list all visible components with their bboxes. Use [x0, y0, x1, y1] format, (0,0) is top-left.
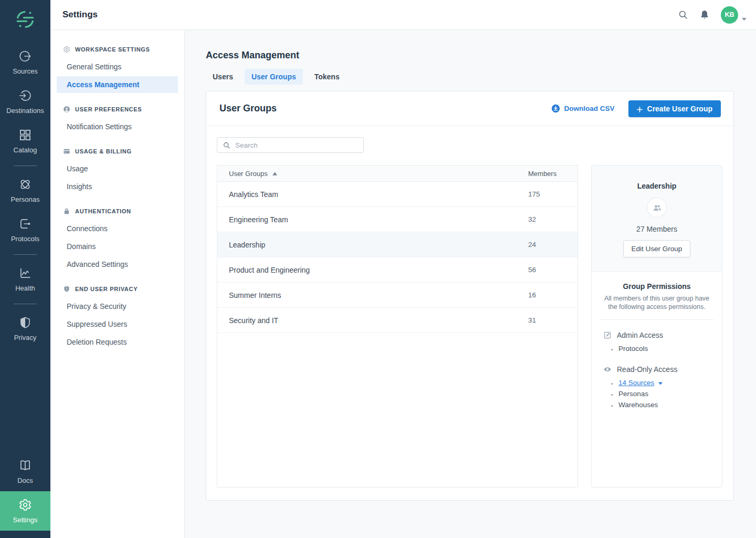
- segment-logo-icon[interactable]: [14, 8, 37, 31]
- settings-item-notification-settings[interactable]: Notification Settings: [57, 118, 178, 135]
- settings-item-deletion-requests[interactable]: Deletion Requests: [57, 334, 178, 350]
- table-row-engineering-team[interactable]: Engineering Team 32: [217, 207, 578, 232]
- divider: [600, 319, 713, 320]
- permission-item-label: Protocols: [618, 345, 648, 353]
- permissions-description: All members of this user group have the …: [599, 294, 715, 312]
- permissions-title: Group Permissions: [592, 282, 722, 291]
- sidebar-item-settings[interactable]: Settings: [0, 491, 50, 531]
- user-groups-card: User Groups Download CSV Create User Gro…: [206, 91, 734, 501]
- search-input[interactable]: [235, 141, 358, 149]
- sort-asc-icon: [272, 172, 277, 175]
- card-actions: Download CSV Create User Group: [551, 100, 721, 117]
- table-row-product-and-engineering[interactable]: Product and Engineering 56: [217, 257, 578, 283]
- sidebar-item-privacy[interactable]: Privacy: [0, 309, 50, 348]
- column-label: User Groups: [229, 170, 268, 178]
- group-permissions: Group Permissions All members of this us…: [592, 272, 722, 423]
- sidebar-item-personas[interactable]: Personas: [0, 171, 50, 210]
- search-icon[interactable]: [678, 9, 688, 20]
- settings-item-general-settings[interactable]: General Settings: [57, 58, 178, 75]
- table-row-analytics-team[interactable]: Analytics Team 175: [217, 182, 578, 207]
- privacy-icon: [18, 316, 32, 329]
- nav-divider: [14, 304, 37, 304]
- card-header: User Groups Download CSV Create User Gro…: [206, 91, 733, 126]
- tab-tokens[interactable]: Tokens: [308, 69, 346, 85]
- settings-item-suppressed-users[interactable]: Suppressed Users: [57, 316, 178, 333]
- sources-icon: [18, 49, 32, 63]
- avatar[interactable]: KB: [721, 6, 738, 24]
- settings-item-access-management[interactable]: Access Management: [57, 76, 178, 93]
- sidebar-item-label: Docs: [17, 477, 33, 484]
- permission-item-label: Warehouses: [618, 401, 658, 409]
- permission-group-header: Admin Access: [592, 331, 722, 339]
- settings-section-title: WORKSPACE SETTINGS: [75, 46, 150, 53]
- download-csv-button[interactable]: Download CSV: [551, 104, 615, 113]
- settings-section-title: END USER PRIVACY: [75, 286, 138, 292]
- sidebar-item-label: Protocols: [11, 235, 39, 243]
- group-member-count: 56: [528, 266, 559, 274]
- main-content: Access Management UsersUser GroupsTokens…: [185, 30, 756, 538]
- settings-sidebar: WORKSPACE SETTINGS General SettingsAcces…: [50, 30, 185, 538]
- permission-groups: Admin Access Protocols Read-Only Access …: [592, 331, 722, 410]
- permission-item-protocols: Protocols: [618, 343, 722, 354]
- search-box: [217, 137, 364, 153]
- sidebar-item-label: Settings: [13, 516, 38, 524]
- permission-group-read-only-access: Read-Only Access 14 SourcesPersonasWareh…: [592, 365, 722, 410]
- settings-section-header: USAGE & BILLING: [50, 143, 184, 159]
- permission-item-warehouses: Warehouses: [618, 399, 722, 410]
- permission-item-14-sources[interactable]: 14 Sources: [618, 377, 722, 388]
- create-user-group-button[interactable]: Create User Group: [628, 100, 721, 117]
- settings-item-usage[interactable]: Usage: [57, 160, 178, 177]
- settings-section-user-preferences: USER PREFERENCES Notification Settings: [50, 101, 184, 135]
- tab-users[interactable]: Users: [206, 69, 240, 85]
- table-row-leadership[interactable]: Leadership 24: [217, 232, 578, 257]
- settings-item-privacy-security[interactable]: Privacy & Security: [57, 298, 178, 315]
- search-icon: [223, 141, 230, 149]
- permission-group-label: Admin Access: [617, 331, 663, 339]
- sidebar-item-health[interactable]: Health: [0, 260, 50, 299]
- group-detail-summary: Leadership 27 Members Edit User Group: [592, 165, 722, 272]
- shield-icon: [63, 285, 70, 293]
- group-detail-title: Leadership: [600, 182, 713, 190]
- nav-divider: [14, 254, 37, 255]
- column-user-groups[interactable]: User Groups: [229, 170, 528, 178]
- sidebar-item-catalog[interactable]: Catalog: [0, 121, 50, 161]
- sidebar-item-docs[interactable]: Docs: [0, 452, 50, 491]
- settings-section-usage-billing: USAGE & BILLING UsageInsights: [50, 143, 184, 195]
- tab-bar: UsersUser GroupsTokens: [206, 69, 734, 85]
- page-title: Settings: [62, 9, 98, 20]
- user-menu[interactable]: KB: [721, 6, 747, 24]
- group-name: Product and Engineering: [229, 266, 528, 274]
- settings-item-domains[interactable]: Domains: [57, 238, 178, 255]
- sidebar-item-sources[interactable]: Sources: [0, 43, 50, 82]
- nav-divider: [14, 165, 37, 166]
- sidebar-item-label: Catalog: [14, 146, 37, 154]
- settings-item-connections[interactable]: Connections: [57, 220, 178, 237]
- sidebar-item-protocols[interactable]: Protocols: [0, 210, 50, 250]
- primary-nav-bottom: DocsSettings: [0, 452, 50, 531]
- gear-icon: [63, 46, 70, 53]
- permission-item-personas: Personas: [618, 388, 722, 399]
- column-members: Members: [528, 170, 559, 178]
- sources-link[interactable]: 14 Sources: [618, 379, 654, 387]
- group-member-count: 32: [528, 215, 559, 223]
- settings-item-advanced-settings[interactable]: Advanced Settings: [57, 256, 178, 273]
- table-row-security-and-it[interactable]: Security and IT 31: [217, 308, 578, 333]
- tab-user-groups[interactable]: User Groups: [245, 69, 303, 85]
- group-name: Leadership: [229, 241, 528, 249]
- edit-user-group-button[interactable]: Edit User Group: [623, 240, 691, 257]
- group-name: Engineering Team: [229, 215, 528, 224]
- group-name: Security and IT: [229, 316, 528, 325]
- group-name: Analytics Team: [229, 190, 528, 199]
- sidebar-spacer: [0, 531, 50, 538]
- lock-icon: [63, 208, 70, 215]
- settings-item-insights[interactable]: Insights: [57, 178, 178, 195]
- card-body: User GroupsMembers Analytics Team 175 En…: [206, 126, 733, 500]
- table-row-summer-interns[interactable]: Summer Interns 16: [217, 283, 578, 308]
- sidebar-item-label: Personas: [11, 195, 40, 203]
- chevron-down-icon: [742, 13, 747, 16]
- sidebar-item-label: Sources: [13, 67, 38, 75]
- settings-section-header: WORKSPACE SETTINGS: [50, 42, 184, 57]
- sidebar-item-destinations[interactable]: Destinations: [0, 82, 50, 121]
- group-member-count: 31: [528, 316, 559, 324]
- notifications-bell-icon[interactable]: [699, 9, 710, 20]
